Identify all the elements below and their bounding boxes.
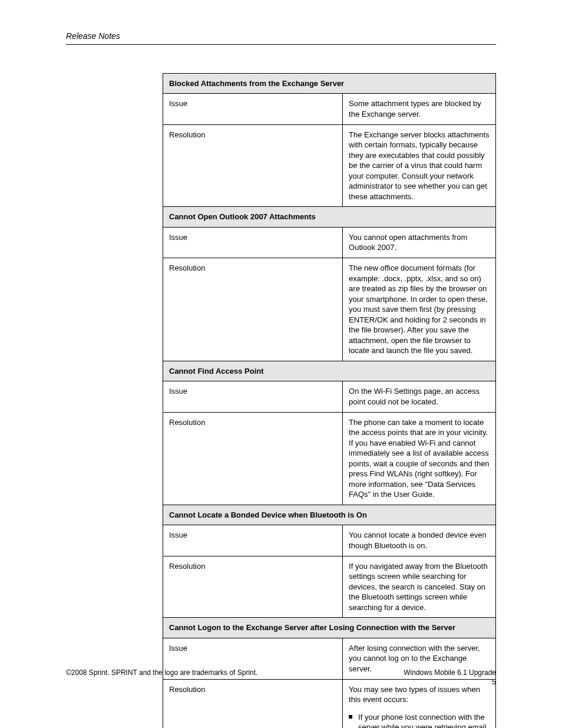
header-rule (66, 44, 496, 45)
section-header: Blocked Attachments from the Exchange Se… (163, 73, 496, 94)
resolution-label: Resolution (163, 556, 343, 618)
section-header: Cannot Open Outlook 2007 Attachments (163, 207, 496, 228)
section-header: Cannot Logon to the Exchange Server afte… (163, 618, 496, 638)
resolution-intro: You may see two types of issues when thi… (349, 684, 490, 705)
footer-right-line2: 5 (404, 677, 496, 687)
issue-label: Issue (163, 94, 343, 124)
resolution-text: The Exchange server blocks attachments w… (343, 124, 496, 207)
running-title: Release Notes (66, 31, 496, 42)
resolution-text: If you navigated away from the Bluetooth… (343, 556, 496, 618)
resolution-text: The phone can take a moment to locate th… (343, 412, 496, 505)
content-table: Blocked Attachments from the Exchange Se… (163, 73, 496, 728)
square-bullet-icon (349, 715, 352, 719)
issue-text: On the Wi-Fi Settings page, an access po… (343, 381, 496, 412)
resolution-label: Resolution (163, 412, 343, 505)
resolution-label: Resolution (163, 124, 343, 207)
issue-text: You cannot open attachments from Outlook… (343, 227, 496, 258)
issue-label: Issue (163, 381, 343, 412)
resolution-bullet: If your phone lost connection with the s… (349, 712, 490, 728)
resolution-label: Resolution (163, 258, 343, 361)
footer-right-line1: Windows Mobile 6.1 Upgrade (404, 668, 496, 677)
section-header: Cannot Find Access Point (163, 361, 496, 381)
resolution-text: The new office document formats (for exa… (343, 258, 496, 361)
issue-label: Issue (163, 227, 343, 258)
section-header: Cannot Locate a Bonded Device when Bluet… (163, 505, 496, 525)
issue-label: Issue (163, 525, 343, 556)
issue-text: You cannot locate a bonded device even t… (343, 525, 496, 556)
footer-left: ©2008 Sprint. SPRINT and the logo are tr… (66, 668, 257, 687)
content-table-wrap: Blocked Attachments from the Exchange Se… (163, 73, 496, 728)
page-footer: ©2008 Sprint. SPRINT and the logo are tr… (66, 668, 496, 687)
resolution-bullet-text: If your phone lost connection with the s… (358, 712, 490, 728)
issue-text: Some attachment types are blocked by the… (343, 94, 496, 124)
